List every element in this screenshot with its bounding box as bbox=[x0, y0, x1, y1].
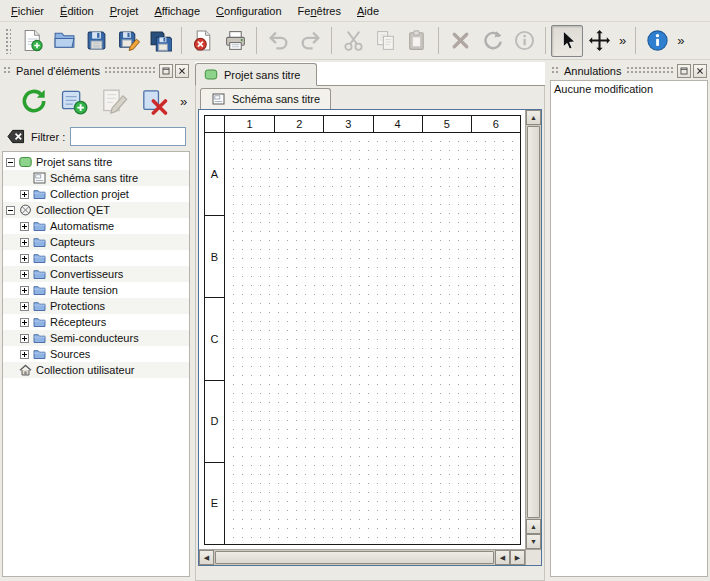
vertical-scrollbar[interactable]: ▲ ▲ ▼ bbox=[525, 110, 541, 549]
menu-configuration[interactable]: Configuration bbox=[208, 2, 289, 20]
scroll-left-icon[interactable]: ◀ bbox=[495, 550, 510, 565]
tree-item-collection-utilisateur[interactable]: Collection utilisateur bbox=[3, 362, 189, 378]
schema-canvas[interactable] bbox=[225, 133, 520, 544]
folder-icon bbox=[33, 316, 46, 328]
tree-item-automatisme[interactable]: Automatisme bbox=[3, 218, 189, 234]
refresh-icon bbox=[20, 87, 48, 115]
toolbar-separator bbox=[331, 27, 332, 54]
tab-projet-sans-titre[interactable]: Projet sans titre bbox=[195, 63, 317, 86]
tree-expander[interactable] bbox=[20, 190, 29, 199]
menu-affichage[interactable]: Affichage bbox=[146, 2, 208, 20]
filter-input[interactable] bbox=[70, 127, 186, 146]
element-edit-icon bbox=[100, 87, 128, 115]
pan-tool-button[interactable] bbox=[583, 25, 615, 57]
tree-item-recepteurs[interactable]: Récepteurs bbox=[3, 314, 189, 330]
tree-expander[interactable] bbox=[20, 222, 29, 231]
edit-element-button[interactable] bbox=[96, 83, 132, 119]
folder-icon bbox=[33, 236, 46, 248]
tab-schema-sans-titre[interactable]: Schéma sans titre bbox=[200, 88, 331, 109]
tree-item-protections[interactable]: Protections bbox=[3, 298, 189, 314]
scroll-up-icon[interactable]: ▲ bbox=[526, 110, 541, 125]
folder-icon bbox=[33, 300, 46, 312]
save-all-button[interactable] bbox=[144, 25, 176, 57]
paste-button[interactable] bbox=[401, 25, 433, 57]
tree-item-semi-conducteurs[interactable]: Semi-conducteurs bbox=[3, 330, 189, 346]
tree-expander[interactable] bbox=[20, 270, 29, 279]
tree-expander[interactable] bbox=[20, 286, 29, 295]
undo-empty-text: Aucune modification bbox=[554, 83, 704, 95]
float-button[interactable] bbox=[159, 64, 173, 78]
tree-expander[interactable] bbox=[6, 158, 15, 167]
save-button[interactable] bbox=[80, 25, 112, 57]
tree-item-label: Automatisme bbox=[50, 220, 118, 232]
close-button[interactable] bbox=[175, 64, 189, 78]
delete-button[interactable] bbox=[444, 25, 476, 57]
rotate-button[interactable] bbox=[476, 25, 508, 57]
tools-toolbar-overflow[interactable]: » bbox=[615, 33, 630, 48]
row-header-B: B bbox=[205, 215, 225, 297]
tree-expander[interactable] bbox=[20, 238, 29, 247]
tree-item-sources[interactable]: Sources bbox=[3, 346, 189, 362]
copy-button[interactable] bbox=[369, 25, 401, 57]
dock-buttons bbox=[675, 64, 707, 78]
menu-fichier[interactable]: Fichier bbox=[3, 2, 52, 20]
open-project-button[interactable] bbox=[48, 25, 80, 57]
new-document-icon bbox=[21, 29, 44, 52]
scroll-down-icon[interactable]: ▼ bbox=[526, 534, 541, 549]
toolbar-grip[interactable] bbox=[5, 28, 11, 54]
tree-expander[interactable] bbox=[20, 318, 29, 327]
toolbar-separator bbox=[256, 27, 257, 54]
panel-toolbar-overflow[interactable]: » bbox=[176, 94, 192, 109]
reload-collections-button[interactable] bbox=[16, 83, 52, 119]
tree-item-collection-qet[interactable]: Collection QET bbox=[3, 202, 189, 218]
hscroll-thumb[interactable] bbox=[215, 551, 494, 564]
undo-button[interactable] bbox=[262, 25, 294, 57]
tree-item-convertisseurs[interactable]: Convertisseurs bbox=[3, 266, 189, 282]
tree-item-projet-sans-titre[interactable]: Projet sans titre bbox=[3, 154, 189, 170]
column-header-2: 2 bbox=[274, 116, 323, 133]
print-button[interactable] bbox=[219, 25, 251, 57]
redo-button[interactable] bbox=[294, 25, 326, 57]
select-tool-button[interactable] bbox=[551, 25, 583, 57]
menu-aide[interactable]: Aide bbox=[349, 2, 387, 20]
clear-filter-button[interactable] bbox=[6, 128, 26, 145]
new-element-button[interactable] bbox=[56, 83, 92, 119]
save-as-button[interactable] bbox=[112, 25, 144, 57]
elements-panel-titlebar[interactable]: Panel d'éléments bbox=[2, 62, 190, 79]
delete-element-button[interactable] bbox=[136, 83, 172, 119]
elements-panel-toolbar: » bbox=[2, 79, 190, 123]
tree-item-schema-sans-titre[interactable]: Schéma sans titre bbox=[3, 170, 189, 186]
horizontal-scrollbar[interactable]: ◀ ◀ ▶ bbox=[199, 549, 525, 565]
new-project-button[interactable] bbox=[16, 25, 48, 57]
scroll-left-icon[interactable]: ◀ bbox=[199, 550, 214, 565]
scroll-right-icon[interactable]: ▶ bbox=[510, 550, 525, 565]
tree-item-haute-tension[interactable]: Haute tension bbox=[3, 282, 189, 298]
open-folder-icon bbox=[53, 29, 76, 52]
close-button[interactable] bbox=[693, 64, 707, 78]
cut-button[interactable] bbox=[337, 25, 369, 57]
help-toolbar-overflow[interactable]: » bbox=[673, 33, 688, 48]
float-button[interactable] bbox=[677, 64, 691, 78]
tree-expander[interactable] bbox=[20, 334, 29, 343]
tree-expander[interactable] bbox=[6, 206, 15, 215]
close-file-button[interactable] bbox=[187, 25, 219, 57]
properties-button[interactable] bbox=[508, 25, 540, 57]
menu-projet[interactable]: Projet bbox=[102, 2, 147, 20]
menu-fenetres[interactable]: Fenêtres bbox=[290, 2, 349, 20]
info-gray-icon bbox=[513, 29, 536, 52]
tree-item-label: Collection QET bbox=[36, 204, 114, 216]
tree-expander[interactable] bbox=[20, 302, 29, 311]
menu-edition[interactable]: Édition bbox=[52, 2, 102, 20]
undo-panel-titlebar[interactable]: Annulations bbox=[550, 62, 708, 79]
about-button[interactable] bbox=[641, 25, 673, 57]
tree-item-collection-projet[interactable]: Collection projet bbox=[3, 186, 189, 202]
tree-expander[interactable] bbox=[20, 254, 29, 263]
vscroll-thumb[interactable] bbox=[527, 126, 540, 518]
tree-item-capteurs[interactable]: Capteurs bbox=[3, 234, 189, 250]
tree-expander[interactable] bbox=[20, 350, 29, 359]
scroll-up-icon[interactable]: ▲ bbox=[526, 519, 541, 534]
tree-item-contacts[interactable]: Contacts bbox=[3, 250, 189, 266]
tree-expander bbox=[6, 366, 15, 375]
dock-grip bbox=[104, 66, 157, 75]
undo-panel-title: Annulations bbox=[560, 65, 626, 77]
